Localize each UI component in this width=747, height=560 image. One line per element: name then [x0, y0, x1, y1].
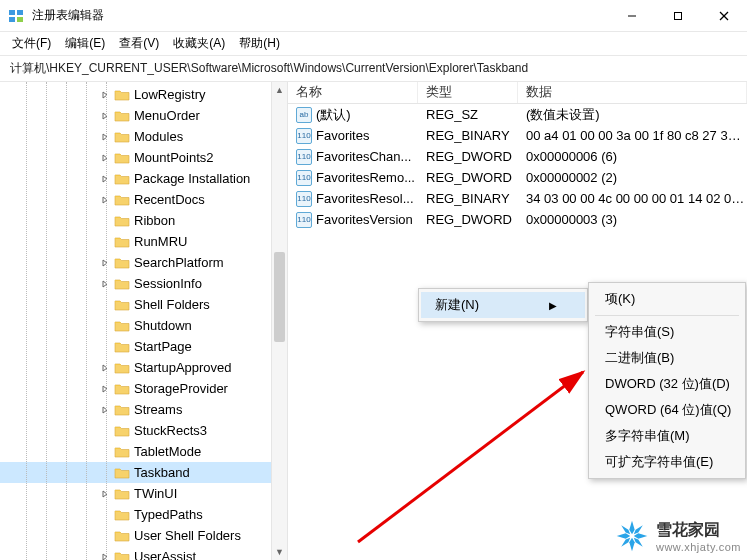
ctx-new[interactable]: 新建(N) ▶	[421, 292, 585, 318]
tree-scrollbar-thumb[interactable]	[274, 252, 285, 342]
tree-item-label: MenuOrder	[134, 108, 200, 123]
expand-icon[interactable]	[100, 405, 114, 415]
tree-item[interactable]: MountPoints2	[0, 147, 287, 168]
annotation-arrow	[328, 362, 598, 552]
tree-item[interactable]: SearchPlatform	[0, 252, 287, 273]
header-name[interactable]: 名称	[288, 82, 418, 103]
header-type[interactable]: 类型	[418, 82, 518, 103]
value-row[interactable]: 110FavoritesChan...REG_DWORD0x00000006 (…	[288, 146, 747, 167]
tree-item[interactable]: Taskband	[0, 462, 287, 483]
tree-item[interactable]: Shutdown	[0, 315, 287, 336]
minimize-icon	[627, 11, 637, 21]
menu-favorites[interactable]: 收藏夹(A)	[167, 33, 231, 54]
svg-rect-2	[9, 17, 15, 22]
ctx-new-string[interactable]: 字符串值(S)	[591, 319, 743, 345]
menu-edit[interactable]: 编辑(E)	[59, 33, 111, 54]
tree-item[interactable]: RecentDocs	[0, 189, 287, 210]
ctx-new-label: 新建(N)	[435, 296, 479, 314]
value-type-icon: ab	[296, 107, 312, 123]
ctx-new-expandsz[interactable]: 可扩充字符串值(E)	[591, 449, 743, 475]
expand-icon[interactable]	[100, 552, 114, 561]
scroll-up-icon[interactable]: ▲	[272, 82, 287, 98]
expand-icon[interactable]	[100, 489, 114, 499]
tree-item-label: StartupApproved	[134, 360, 232, 375]
ctx-new-key[interactable]: 项(K)	[591, 286, 743, 312]
tree-item[interactable]: LowRegistry	[0, 84, 287, 105]
tree-item[interactable]: Shell Folders	[0, 294, 287, 315]
svg-rect-3	[17, 17, 23, 22]
expand-icon[interactable]	[100, 90, 114, 100]
expand-icon[interactable]	[100, 132, 114, 142]
tree-item[interactable]: Package Installation	[0, 168, 287, 189]
value-data: 00 a4 01 00 00 3a 00 1f 80 c8 27 34 1f	[518, 128, 747, 143]
header-data[interactable]: 数据	[518, 82, 747, 103]
tree-item[interactable]: MenuOrder	[0, 105, 287, 126]
address-bar[interactable]: 计算机\HKEY_CURRENT_USER\Software\Microsoft…	[0, 56, 747, 82]
menu-view[interactable]: 查看(V)	[113, 33, 165, 54]
expand-icon[interactable]	[100, 153, 114, 163]
tree-item[interactable]: StuckRects3	[0, 420, 287, 441]
ctx-new-dword[interactable]: DWORD (32 位)值(D)	[591, 371, 743, 397]
watermark-url: www.xhjaty.com	[656, 541, 741, 553]
maximize-button[interactable]	[655, 0, 701, 32]
tree-item[interactable]: Modules	[0, 126, 287, 147]
expand-icon[interactable]	[100, 195, 114, 205]
value-data: 0x00000002 (2)	[518, 170, 747, 185]
ctx-new-multisz[interactable]: 多字符串值(M)	[591, 423, 743, 449]
watermark-logo-icon	[614, 518, 650, 554]
scroll-down-icon[interactable]: ▼	[272, 544, 287, 560]
tree-item-label: LowRegistry	[134, 87, 206, 102]
tree-item-label: Streams	[134, 402, 182, 417]
tree-item-label: TypedPaths	[134, 507, 203, 522]
tree-item[interactable]: User Shell Folders	[0, 525, 287, 546]
tree-item[interactable]: TWinUI	[0, 483, 287, 504]
svg-rect-5	[675, 12, 682, 19]
value-type: REG_SZ	[418, 107, 518, 122]
registry-editor-window: 注册表编辑器 文件(F) 编辑(E) 查看(V) 收藏夹(A) 帮助(H) 计算…	[0, 0, 747, 560]
value-type-icon: 110	[296, 149, 312, 165]
tree-item[interactable]: StartPage	[0, 336, 287, 357]
value-row[interactable]: 110FavoritesREG_BINARY00 a4 01 00 00 3a …	[288, 125, 747, 146]
menu-help[interactable]: 帮助(H)	[233, 33, 286, 54]
expand-icon[interactable]	[100, 384, 114, 394]
tree-scrollbar[interactable]: ▲ ▼	[271, 82, 287, 560]
watermark: 雪花家园 www.xhjaty.com	[614, 518, 741, 554]
tree-item[interactable]: SessionInfo	[0, 273, 287, 294]
expand-icon[interactable]	[100, 111, 114, 121]
tree-item-label: StartPage	[134, 339, 192, 354]
tree-item-label: TWinUI	[134, 486, 177, 501]
tree-item[interactable]: StartupApproved	[0, 357, 287, 378]
tree-item-label: StorageProvider	[134, 381, 228, 396]
value-name: FavoritesVersion	[316, 212, 413, 227]
close-button[interactable]	[701, 0, 747, 32]
tree-item-label: Modules	[134, 129, 183, 144]
ctx-new-qword[interactable]: QWORD (64 位)值(Q)	[591, 397, 743, 423]
value-type: REG_DWORD	[418, 170, 518, 185]
tree-item-label: User Shell Folders	[134, 528, 241, 543]
tree-item[interactable]: Streams	[0, 399, 287, 420]
expand-icon[interactable]	[100, 258, 114, 268]
tree-item[interactable]: UserAssist	[0, 546, 287, 560]
tree-panel: LowRegistryMenuOrderModulesMountPoints2P…	[0, 82, 288, 560]
value-list-panel: 名称 类型 数据 ab(默认)REG_SZ(数值未设置)110Favorites…	[288, 82, 747, 560]
menu-file[interactable]: 文件(F)	[6, 33, 57, 54]
value-row[interactable]: 110FavoritesVersionREG_DWORD0x00000003 (…	[288, 209, 747, 230]
tree-item-label: StuckRects3	[134, 423, 207, 438]
expand-icon[interactable]	[100, 279, 114, 289]
tree-item[interactable]: StorageProvider	[0, 378, 287, 399]
value-name: FavoritesChan...	[316, 149, 411, 164]
expand-icon[interactable]	[100, 363, 114, 373]
tree-item[interactable]: TabletMode	[0, 441, 287, 462]
value-row[interactable]: 110FavoritesRemo...REG_DWORD0x00000002 (…	[288, 167, 747, 188]
value-row[interactable]: 110FavoritesResol...REG_BINARY34 03 00 0…	[288, 188, 747, 209]
minimize-button[interactable]	[609, 0, 655, 32]
tree-item-label: Ribbon	[134, 213, 175, 228]
ctx-new-binary[interactable]: 二进制值(B)	[591, 345, 743, 371]
tree-item[interactable]: RunMRU	[0, 231, 287, 252]
tree-item[interactable]: TypedPaths	[0, 504, 287, 525]
close-icon	[719, 11, 729, 21]
value-row[interactable]: ab(默认)REG_SZ(数值未设置)	[288, 104, 747, 125]
tree-item-label: SessionInfo	[134, 276, 202, 291]
tree-item[interactable]: Ribbon	[0, 210, 287, 231]
expand-icon[interactable]	[100, 174, 114, 184]
